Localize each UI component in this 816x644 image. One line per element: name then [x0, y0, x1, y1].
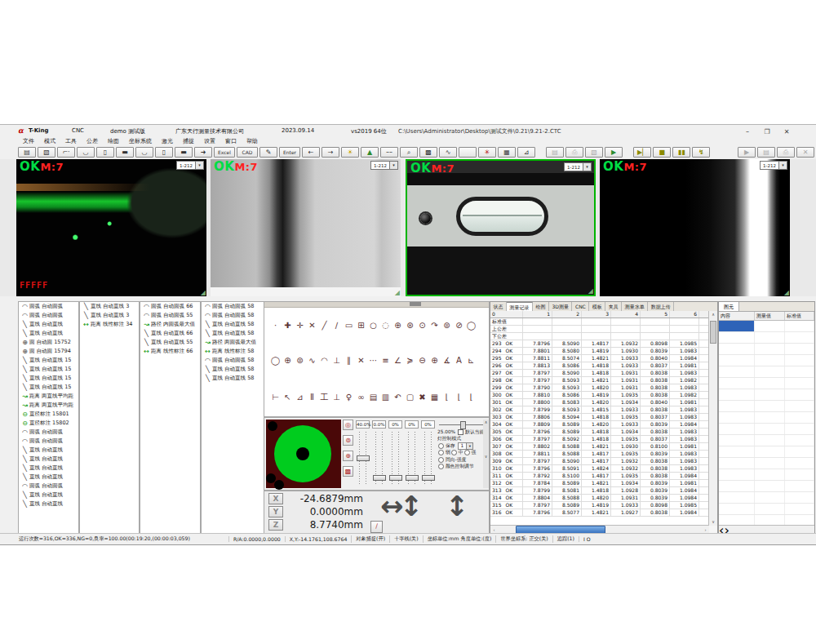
fixture-button[interactable]: ◡ [77, 147, 95, 158]
feature-list-item[interactable]: ◠圆弧 自动圆弧 [19, 437, 78, 446]
qr-grid-button[interactable]: ▦ [498, 147, 516, 158]
menu-item-文件[interactable]: 文件 [18, 137, 39, 145]
feature-list-item[interactable]: ╲直线 自动直线 15 [19, 374, 78, 383]
camera-selector-dropdown[interactable]: 1-212▾ [760, 161, 787, 170]
table-row[interactable]: 293OK7.87968.50901.48171.09320.80981.098… [490, 340, 709, 348]
palette-tool-icon[interactable]: ⊞ [355, 319, 367, 331]
light-mode-button[interactable]: ▩ [343, 466, 353, 477]
scroll-up-arrow-icon[interactable]: ∧ [709, 311, 717, 318]
feature-list-item[interactable]: ⊖直径标注 15801 [19, 410, 78, 419]
feature-list-item[interactable]: ↔距离 线性标注 66 [140, 347, 200, 356]
stop-button[interactable]: ■ [653, 147, 671, 158]
undo-button[interactable]: ← [302, 147, 320, 158]
color-radio[interactable] [438, 464, 444, 469]
table-row[interactable]: 301OK7.88008.50831.48201.09340.80401.098… [490, 399, 709, 406]
palette-tool-icon[interactable]: ⊿ [294, 391, 306, 403]
table-row[interactable]: 309OK7.87978.50901.48171.09320.80381.098… [490, 458, 709, 465]
element-row[interactable] [719, 378, 814, 389]
chevron-down-icon[interactable]: ▾ [195, 162, 203, 169]
feature-list-item[interactable]: ╲直线 自动直线 [19, 500, 78, 509]
table-row[interactable]: 300OK7.88108.50861.48191.09350.80381.098… [490, 392, 709, 399]
results-vertical-scrollbar[interactable]: ∧ ∨ [708, 311, 717, 526]
redo-button[interactable]: → [322, 147, 339, 158]
feature-list-item[interactable]: ╲直线 自动直线 [19, 491, 78, 500]
table-row[interactable]: 315OK7.87978.50891.48191.09330.80981.098… [490, 502, 709, 509]
chevron-down-icon[interactable]: ▾ [778, 162, 787, 169]
beam-updown-button[interactable]: ▯ [155, 147, 173, 158]
palette-tool-icon[interactable]: ∞ [355, 391, 367, 403]
scroll-right-arrow-icon[interactable]: › [702, 527, 709, 532]
open-disabled-button[interactable]: ⎙ [777, 147, 795, 158]
blank-button[interactable] [459, 147, 477, 158]
save-program-button[interactable]: ▤ [546, 147, 564, 158]
palette-tool-icon[interactable]: ▤ [367, 391, 379, 403]
feature-list-item[interactable]: ↝路径 两圆弧最大值 [202, 338, 268, 347]
menu-item-公差[interactable]: 公差 [82, 137, 103, 145]
tab-模板[interactable]: 模板 [589, 302, 605, 311]
light-button[interactable]: ☀ [341, 147, 359, 158]
chevron-down-icon[interactable]: ▾ [583, 163, 591, 171]
dash-button[interactable]: –– [380, 147, 398, 158]
probe-button[interactable]: ⌐· [57, 147, 75, 158]
feature-list-item[interactable]: ╲直线 自动直线 58 [202, 320, 268, 329]
feature-list-item[interactable]: ╲直线 自动直线 3 [80, 311, 139, 320]
beam-button[interactable]: ▯ [96, 147, 114, 158]
menu-item-工具[interactable]: 工具 [60, 137, 82, 145]
slider-track[interactable] [375, 430, 383, 484]
default-mode-checkbox[interactable] [458, 429, 463, 435]
slider-track[interactable] [359, 430, 366, 484]
palette-tool-icon[interactable]: ⊾ [465, 354, 477, 366]
palette-tool-icon[interactable]: ⊘ [453, 319, 465, 331]
table-row[interactable]: 296OK7.88138.50861.48181.09330.80371.098… [490, 362, 709, 370]
menu-item-捕捉[interactable]: 捕捉 [178, 137, 199, 145]
palette-tool-icon[interactable]: ∕ [330, 319, 343, 331]
palette-tool-icon[interactable]: ◯ [269, 354, 282, 366]
feature-list-item[interactable]: ◠圆弧 自动圆弧 [19, 428, 78, 437]
feature-list-item[interactable]: ⊖直径标注 15802 [19, 419, 78, 428]
scroll-left-arrow-icon[interactable]: ‹ [490, 527, 498, 532]
scroll-down-arrow-icon[interactable]: ∨ [709, 518, 717, 526]
table-row[interactable]: 303OK7.88068.50941.48181.09350.80371.098… [490, 414, 709, 421]
save-radio[interactable] [438, 443, 444, 449]
palette-tool-icon[interactable]: ╱ [318, 319, 330, 331]
element-row[interactable] [719, 458, 814, 469]
element-row[interactable] [719, 412, 814, 424]
feature-list-item[interactable]: ╲直线 自动直线 [19, 464, 78, 473]
palette-tool-icon[interactable]: ∠ [392, 354, 404, 366]
open-program-button[interactable]: ▧ [585, 147, 603, 158]
menu-item-模式[interactable]: 模式 [39, 137, 60, 145]
combo-arrow-icon[interactable]: ▾ [466, 443, 472, 449]
feature-list-item[interactable]: ╲直线 自动直线 [19, 446, 78, 455]
cad-export-button[interactable]: CAD [237, 147, 258, 158]
save-button[interactable]: ▤ [18, 147, 36, 158]
feature-list-item[interactable]: ◠圆弧 自动圆弧 55 [140, 311, 200, 320]
excel-export-button[interactable]: Excel [214, 147, 235, 158]
palette-tool-icon[interactable]: ◠ [318, 354, 330, 366]
camera-view-4[interactable]: OKM:71-212▾◢ [600, 159, 790, 296]
palette-tool-icon[interactable]: ⊕ [428, 354, 441, 366]
tab-状态[interactable]: 状态 [490, 302, 507, 311]
palette-tool-icon[interactable]: ⊛ [404, 319, 416, 331]
light-channel-slider[interactable]: 0% [421, 420, 435, 484]
element-row[interactable] [719, 401, 814, 412]
table-row[interactable]: 305OK7.87968.50891.48181.09340.80381.098… [490, 429, 709, 436]
slider-thumb[interactable] [460, 421, 466, 429]
palette-tool-icon[interactable]: ⊖ [416, 354, 428, 366]
table-row[interactable]: 314OK7.88048.50881.48201.09310.80391.098… [490, 495, 709, 502]
element-row[interactable] [719, 366, 814, 378]
palette-tool-icon[interactable]: ⊥ [330, 391, 343, 403]
palette-tool-icon[interactable]: ⊜ [294, 354, 306, 366]
palette-tool-icon[interactable]: ∡ [441, 354, 453, 366]
slider-track[interactable] [424, 430, 432, 484]
slider-thumb[interactable] [389, 475, 402, 481]
table-row[interactable]: 307OK7.88028.50881.48211.09300.81001.098… [490, 443, 709, 451]
resize-grip-icon[interactable]: ◢ [784, 289, 789, 296]
tab-测量水单[interactable]: 测量水单 [622, 302, 648, 311]
element-row[interactable] [719, 492, 814, 504]
open-button[interactable]: ▧ [38, 147, 55, 158]
element-row[interactable] [719, 424, 814, 435]
pause-button[interactable]: ▮▮ [672, 147, 690, 158]
level-radio-强[interactable] [464, 450, 470, 455]
feature-list-item[interactable]: ╲直线 自动直线 3 [80, 302, 139, 311]
tab-夹具[interactable]: 夹具 [605, 302, 622, 311]
